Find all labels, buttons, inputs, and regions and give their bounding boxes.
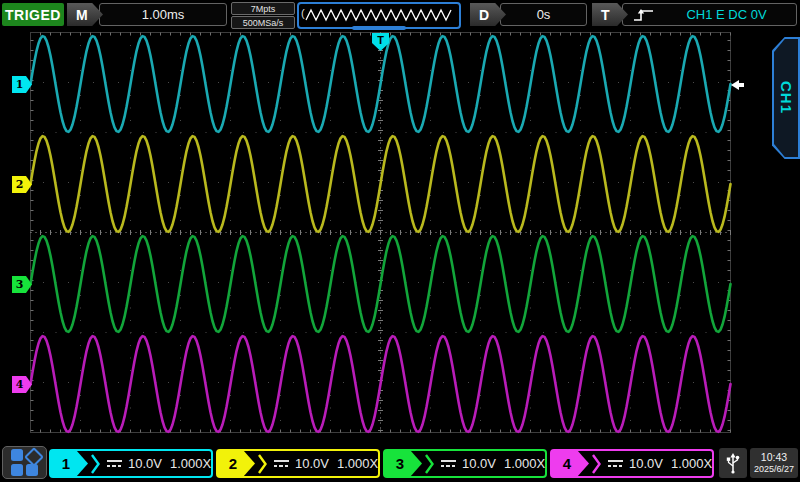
channel-3-probe: 1.000X — [504, 456, 545, 471]
channel-4-scale: 10.0V — [629, 456, 663, 471]
menu-button[interactable] — [2, 446, 47, 479]
graticule-display — [0, 0, 800, 482]
memory-depth: 7Mpts — [231, 2, 295, 15]
channel-1-number: 1 — [51, 451, 88, 476]
channel-2-probe: 1.000X — [337, 456, 378, 471]
channel-4-probe: 1.000X — [671, 456, 712, 471]
timebase-value[interactable]: 1.00ms — [99, 3, 227, 26]
trigger-level-arrow[interactable] — [731, 80, 744, 90]
usb-status — [719, 448, 747, 478]
menu-square-icon — [11, 449, 23, 461]
channel-1-probe: 1.000X — [170, 456, 211, 471]
tab-ch1-label: CH1 — [778, 81, 795, 114]
channel-4-status[interactable]: 4 10.0V1.000X — [550, 449, 714, 478]
channel-3-number: 3 — [385, 451, 422, 476]
dc-coupling-icon — [274, 460, 289, 467]
tab-ch1[interactable]: CH1 — [772, 37, 800, 159]
chevron-icon — [90, 453, 101, 475]
channel-1-status[interactable]: 1 10.0V1.000X — [49, 449, 213, 478]
trigger-source-text: CH1 E DC 0V — [665, 7, 796, 22]
menu-square-icon — [11, 464, 23, 476]
clock-date: 2025/6/27 — [754, 464, 794, 475]
channel-2-scale: 10.0V — [295, 456, 329, 471]
dc-coupling-icon — [107, 460, 122, 467]
channel-2-number: 2 — [218, 451, 255, 476]
chevron-icon — [257, 453, 268, 475]
channel-3-status[interactable]: 3 10.0V1.000X — [383, 449, 547, 478]
channel-3-scale: 10.0V — [462, 456, 496, 471]
channel-4-number: 4 — [552, 451, 589, 476]
chevron-icon — [424, 453, 435, 475]
clock: 10:43 2025/6/27 — [750, 448, 798, 478]
trigger-info-box[interactable]: CH1 E DC 0V — [622, 3, 797, 26]
usb-icon — [725, 451, 741, 475]
sample-rate: 500MSa/s — [231, 16, 295, 29]
channel-1-scale: 10.0V — [128, 456, 162, 471]
dc-coupling-icon — [441, 460, 456, 467]
chevron-icon — [591, 453, 602, 475]
waveform-navigator[interactable]: ( — [297, 2, 461, 29]
clock-time: 10:43 — [761, 451, 787, 464]
trigger-status-badge: TRIGED — [2, 3, 64, 26]
delay-value[interactable]: 0s — [500, 3, 587, 26]
rising-edge-icon — [633, 7, 655, 23]
navigator-zigzag-icon — [300, 4, 458, 27]
navigator-window-handle[interactable] — [352, 26, 406, 30]
dc-coupling-icon — [608, 460, 623, 467]
channel-2-status[interactable]: 2 10.0V1.000X — [216, 449, 380, 478]
